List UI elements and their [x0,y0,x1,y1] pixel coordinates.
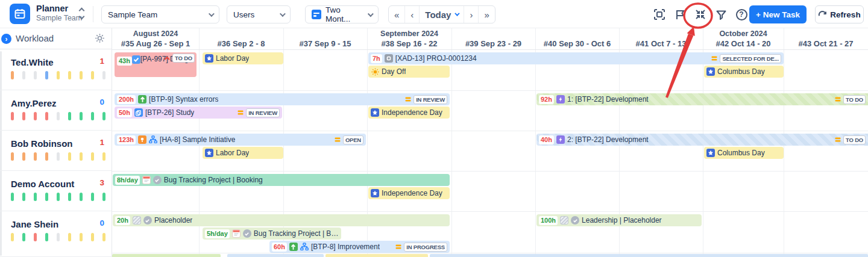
priority-medium-icon [334,135,341,144]
workload-bar [91,193,94,201]
task-bar[interactable]: 200h[BTP-9] Syntax errorsIN REVIEW [115,93,450,105]
task-bar[interactable]: 50h[BTP-26] StudyIN REVIEW [115,107,282,119]
workload-mini-chart [11,71,105,79]
task-bar[interactable]: 43h[PA-997] DesignTO DO [115,52,197,77]
refresh-button[interactable]: Refresh [815,5,864,23]
sidebar-title: Workload [16,33,54,43]
partial-task-bar[interactable] [430,254,868,257]
workload-bar [45,233,48,241]
sidebar-user-row[interactable]: Amy.Perez0 [0,90,112,131]
status-badge: IN REVIEW [246,108,280,117]
task-label: Columbus Day [717,149,765,157]
scan-zoom-icon[interactable] [653,8,666,21]
team-select[interactable]: Sample Team [101,5,219,23]
partial-task-bar[interactable] [326,254,428,257]
task-bar[interactable]: Labor Day [203,147,283,159]
nav-prev-fast-button[interactable]: « [389,6,404,23]
workload-bar [11,233,14,241]
toolbar-icon-group: ? [653,8,748,21]
task-bar[interactable]: 100hLeadership | Placeholder [536,214,702,226]
nav-next-button[interactable]: › [464,6,478,23]
new-task-button[interactable]: + New Task [749,5,807,23]
holiday-star-icon [371,108,379,117]
task-bar[interactable]: 8h/dayBug Tracking Project | Booking [113,174,450,186]
task-bar[interactable]: 20hPlaceholder [113,214,450,226]
task-bar[interactable]: Columbus Day [704,66,784,78]
task-label: Bug Tracking Project | Booking [254,229,339,238]
week-header[interactable]: #39 Sep 23 - 29 [451,39,535,48]
workload-bar [34,71,37,79]
week-header[interactable]: #43 Oct 21 - 27 [784,39,868,48]
task-bar[interactable]: 123h[HA-8] Sample InitiativeOPEN [115,134,366,146]
task-bar[interactable]: 60h[BTP-8] ImprovementIN PROGRESS [269,241,450,253]
holiday-star-icon [205,54,213,63]
sidebar-user-row[interactable]: Bob Robinson1 [0,131,112,171]
flag-icon[interactable] [673,8,687,21]
filter-icon[interactable] [714,8,728,21]
calendar-icon [312,10,321,19]
workload-bar [102,152,105,161]
help-icon[interactable]: ? [735,8,748,21]
week-header[interactable]: #40 Sep 30 - Oct 6 [535,39,619,48]
workload-bar [68,233,71,241]
task-bar[interactable]: 92h1: [BTP-22] DevelopmentTO DO [536,93,868,105]
task-bar[interactable]: Independence Day [368,187,450,199]
collapse-icon[interactable] [694,8,707,21]
week-header[interactable]: #36 Sep 2 - 8 [199,39,283,48]
user-alert-count[interactable]: 1 [99,57,104,66]
week-header[interactable]: #41 Oct 7 - 13 [619,39,703,48]
planner-logo-icon[interactable] [10,4,30,24]
sidebar-user-row[interactable]: Jane Shein0 [0,211,112,257]
placeholder-hatch-icon [560,216,568,224]
task-bar[interactable]: 7h[XAD-13] PROJ-0001234SELECTED FOR DE..… [368,52,784,64]
view-mode-select[interactable]: Users [227,5,291,23]
priority-medium-icon [834,95,841,104]
workload-bar [11,193,14,201]
nav-next-fast-button[interactable]: » [478,6,494,23]
user-alert-count[interactable]: 0 [99,218,104,228]
week-header[interactable]: #38 Sep 16 - 22 [367,39,451,48]
hours-badge: 40h [539,135,554,144]
task-bar[interactable]: 40h2: [BTP-22] DevelopmentTO DO [536,134,868,146]
chevron-down-icon [455,11,460,16]
nav-prev-button[interactable]: ‹ [404,6,419,23]
status-badge: SELECTED FOR DE... [720,54,781,63]
chevron-down-icon [280,11,286,17]
user-alert-count[interactable]: 3 [99,178,104,187]
today-button[interactable]: Today [419,6,464,23]
holiday-star-icon [706,67,715,76]
improvement-icon [138,95,146,104]
gear-icon[interactable] [95,33,105,46]
workload-bar [102,71,105,79]
task-trailing: IN REVIEW [404,95,447,104]
task-label: [BTP-26] Study [145,108,194,117]
task-bar[interactable]: Day Off [368,66,450,78]
task-bar[interactable]: Independence Day [368,107,450,119]
week-header[interactable]: #37 Sep 9 - 15 [283,39,367,48]
period-select[interactable]: Two Mont... [305,5,379,23]
team-switcher-icon[interactable] [80,8,84,19]
task-bar[interactable]: 5h/dayBug Tracking Project | Booking [203,228,341,240]
week-header[interactable]: #42 Oct 14 - 20 [703,39,784,48]
user-alert-count[interactable]: 0 [99,98,104,107]
holiday-star-icon [371,189,379,197]
task-bar[interactable]: Labor Day [203,52,283,64]
workload-bar [57,193,60,201]
chevron-down-icon [368,11,374,17]
week-header[interactable]: #35 Aug 26 - Sep 1 [112,39,199,48]
sidebar-user-row[interactable]: Ted.White1 [0,49,112,90]
task-trailing: TO DO [834,135,866,144]
partial-task-bar[interactable] [112,254,221,257]
user-alert-count[interactable]: 1 [99,138,104,147]
approved-check-icon [571,216,579,224]
expand-sidebar-button[interactable]: › [1,34,11,44]
workload-mini-chart [11,233,105,241]
workload-bar [91,152,94,161]
sidebar-user-row[interactable]: Demo Account3 [0,171,112,211]
workload-bar [22,193,25,201]
task-bar[interactable]: Columbus Day [704,147,784,159]
grid-row-line [112,90,868,91]
partial-task-bar[interactable] [227,254,324,257]
today-label: Today [425,10,451,20]
hours-badge: 5h/day [205,229,230,238]
